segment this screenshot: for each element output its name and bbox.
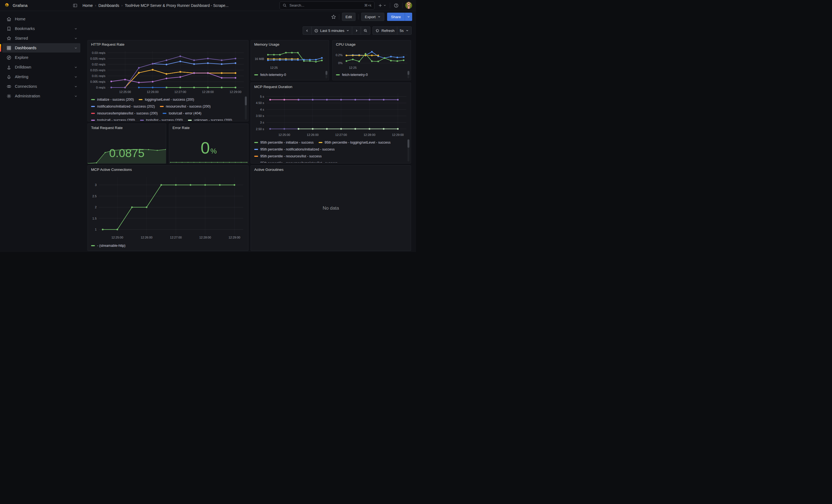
search-input[interactable]	[289, 3, 362, 8]
legend-swatch	[254, 142, 258, 143]
topbar-right: ⌘+k	[280, 1, 416, 10]
legend-item[interactable]: tools/call - error (404)	[163, 110, 201, 117]
refresh-interval-picker[interactable]: 5s	[397, 27, 411, 34]
breadcrumb-home[interactable]: Home	[82, 3, 93, 8]
svg-text:12:29:00: 12:29:00	[229, 236, 240, 239]
chevron-down-icon[interactable]	[74, 75, 78, 79]
svg-text:12:25: 12:25	[270, 66, 278, 69]
sidebar-item-icon	[6, 16, 11, 22]
edit-button[interactable]: Edit	[342, 12, 356, 21]
sidebar-item-icon	[6, 74, 11, 80]
legend-scrollbar[interactable]	[408, 71, 409, 78]
svg-text:12:29:00: 12:29:00	[230, 90, 241, 94]
avatar[interactable]	[405, 2, 412, 9]
sidebar-item-connections[interactable]: Connections	[2, 82, 80, 91]
sidebar-item-icon	[6, 45, 11, 51]
svg-text:12:28:00: 12:28:00	[363, 133, 375, 136]
share-button[interactable]: Share	[387, 12, 405, 21]
sidebar-item-explore[interactable]: Explore	[2, 53, 80, 62]
panel-error-rate: Error Rate 0 %	[169, 124, 249, 164]
legend-scrollbar[interactable]	[245, 96, 247, 120]
legend-item[interactable]: 95th percentile - resources/list - succe…	[254, 153, 322, 160]
legend-item[interactable]: tools/call - success (200)	[91, 117, 135, 121]
panel-title[interactable]: CPU Usage	[333, 41, 411, 47]
panel-title[interactable]: Memory Usage	[251, 41, 329, 47]
chart-cpu-usage[interactable]: 0%0.2%12:25	[333, 48, 410, 70]
chevron-down-icon	[346, 29, 349, 32]
add-button[interactable]	[377, 2, 387, 8]
chart-memory-usage[interactable]: 16 MiB12:25	[252, 48, 328, 70]
legend-item[interactable]: 95th percentile - resources/templates/li…	[254, 160, 338, 163]
chart-total-request-rate[interactable]	[88, 139, 166, 163]
time-forward-button[interactable]	[352, 27, 361, 34]
chevron-down-icon[interactable]	[74, 36, 78, 40]
legend-item[interactable]: notifications/initialized - success (202…	[91, 103, 155, 110]
sidebar-item-drilldown[interactable]: Drilldown	[2, 62, 80, 72]
favorite-star-icon[interactable]	[331, 14, 336, 20]
topbar-left: Grafana	[0, 0, 82, 11]
chevron-down-icon[interactable]	[74, 46, 78, 50]
legend-scrollbar[interactable]	[408, 139, 409, 161]
sidebar-item-starred[interactable]: Starred	[2, 33, 80, 43]
legend-item[interactable]: unknown - success (200)	[188, 117, 232, 121]
chevron-down-icon[interactable]	[74, 95, 78, 98]
divider	[402, 3, 402, 8]
chevron-down-icon[interactable]	[74, 65, 78, 69]
refresh-icon	[375, 29, 380, 33]
sidebar-collapse-icon[interactable]	[72, 2, 79, 9]
export-button[interactable]: Export	[361, 12, 384, 21]
breadcrumb-dashboards[interactable]: Dashboards	[99, 3, 120, 8]
panel-title[interactable]: MCP Active Connections	[88, 166, 248, 172]
svg-text:3.50 s: 3.50 s	[256, 114, 264, 117]
grafana-logo-icon[interactable]	[4, 2, 10, 8]
svg-text:2: 2	[95, 206, 97, 209]
help-icon[interactable]	[393, 2, 399, 9]
legend-scrollbar[interactable]	[326, 71, 328, 78]
chevron-down-icon[interactable]	[74, 85, 78, 88]
zoom-out-button[interactable]	[361, 27, 370, 34]
sidebar-item-icon	[6, 55, 11, 60]
breadcrumb-separator: ›	[121, 3, 123, 7]
legend-item[interactable]: - (streamable-http)	[91, 242, 126, 249]
time-range-picker[interactable]: Last 5 minutes	[311, 27, 352, 34]
chart-mcp-request-duration[interactable]: 5 s4.50 s4 s3.50 s3 s2.50 s12:25:0012:26…	[252, 91, 409, 138]
sidebar-item-bookmarks[interactable]: Bookmarks	[2, 24, 80, 33]
svg-text:0.03 req/s: 0.03 req/s	[92, 51, 105, 54]
time-back-button[interactable]	[303, 27, 311, 34]
legend-item[interactable]: resources/list - success (200)	[160, 103, 211, 110]
chart-error-rate[interactable]	[169, 158, 248, 163]
search-box[interactable]: ⌘+k	[280, 1, 374, 10]
legend-swatch	[254, 156, 258, 157]
legend-item[interactable]: tools/list - success (200)	[140, 117, 183, 121]
legend-item[interactable]: 95th percentile - initialize - success	[254, 139, 314, 146]
panel-title[interactable]: Total Request Rate	[88, 124, 166, 130]
svg-text:0.01 req/s: 0.01 req/s	[92, 74, 105, 78]
panel-title[interactable]: Error Rate	[169, 124, 248, 130]
panel-title[interactable]: HTTP Request Rate	[88, 41, 248, 47]
sidebar-item-dashboards[interactable]: Dashboards	[2, 43, 80, 53]
legend-item[interactable]: fetch-telemetry-0	[254, 71, 286, 78]
legend-swatch	[91, 99, 95, 100]
svg-text:0 req/s: 0 req/s	[96, 86, 105, 89]
sidebar-item-home[interactable]: Home	[2, 14, 80, 24]
sidebar-item-administration[interactable]: Administration	[2, 91, 80, 101]
sidebar-item-alerting[interactable]: Alerting	[2, 72, 80, 81]
divider	[358, 14, 359, 20]
breadcrumb-current[interactable]: ToolHive MCP Server & Proxy Runner Dashb…	[125, 3, 229, 8]
chart-http-request-rate[interactable]: 0 req/s0.005 req/s0.01 req/s0.015 req/s0…	[89, 49, 246, 95]
panel-http-request-rate: HTTP Request Rate 0 req/s0.005 req/s0.01…	[87, 40, 249, 121]
chart-mcp-active-connections[interactable]: 11.522.5312:25:0012:26:0012:27:0012:28:0…	[89, 175, 246, 241]
legend-item[interactable]: initialize - success (200)	[91, 96, 134, 103]
legend: 95th percentile - initialize - success 9…	[251, 139, 406, 163]
share-dropdown-button[interactable]	[405, 12, 412, 21]
chevron-down-icon[interactable]	[74, 27, 78, 30]
panel-title[interactable]: MCP Request Duration	[251, 83, 411, 89]
refresh-button[interactable]: Refresh	[373, 27, 397, 34]
legend-swatch	[91, 106, 95, 107]
legend-item[interactable]: fetch-telemetry-0	[336, 71, 368, 78]
legend-item[interactable]: logging/setLevel - success (200)	[139, 96, 194, 103]
legend-item[interactable]: 95th percentile - notifications/initiali…	[254, 146, 335, 153]
svg-text:2.5: 2.5	[93, 194, 97, 198]
legend-item[interactable]: resources/templates/list - success (200)	[91, 110, 158, 117]
legend-item[interactable]: 95th percentile - logging/setLevel - suc…	[319, 139, 391, 146]
